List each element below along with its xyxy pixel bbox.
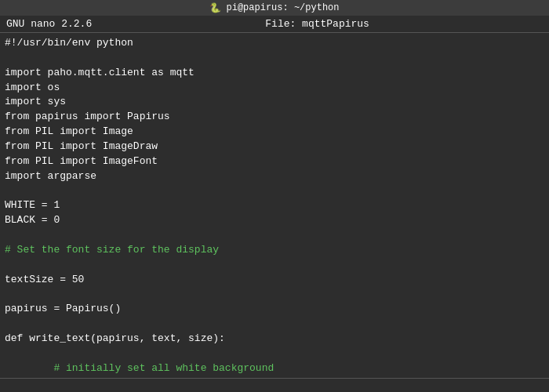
code-line: #!/usr/bin/env python: [5, 36, 544, 51]
code-line: image = Image.new('1', papirus.size, WHI…: [5, 376, 544, 378]
file-name: File: mqttPapirus: [265, 18, 369, 30]
code-line: [5, 317, 544, 332]
code-line: [5, 183, 544, 198]
title-bar: 🐍 pi@papirus: ~/python: [0, 0, 549, 16]
python-icon: 🐍: [209, 2, 221, 14]
code-line: textSize = 50: [5, 273, 544, 288]
code-line: from papirus import Papirus: [5, 110, 544, 125]
editor-area[interactable]: #!/usr/bin/env python import paho.mqtt.c…: [0, 33, 549, 378]
code-line: BLACK = 0: [5, 213, 544, 228]
code-line: WHITE = 1: [5, 198, 544, 213]
code-line: [5, 51, 544, 66]
status-bar: [0, 378, 549, 392]
code-line: # Set the font size for the display: [5, 243, 544, 258]
code-line: # initially set all white background: [5, 361, 544, 376]
title-bar-text: pi@papirus: ~/python: [226, 2, 339, 13]
code-line: def write_text(papirus, text, size):: [5, 332, 544, 347]
nano-version: GNU nano 2.2.6: [6, 18, 92, 30]
code-line: import sys: [5, 95, 544, 110]
code-line: [5, 228, 544, 243]
terminal-window: 🐍 pi@papirus: ~/python GNU nano 2.2.6 Fi…: [0, 0, 549, 392]
code-line: [5, 258, 544, 273]
nano-header: GNU nano 2.2.6 File: mqttPapirus: [0, 16, 549, 33]
code-line: import argparse: [5, 169, 544, 184]
code-line: from PIL import ImageDraw: [5, 140, 544, 154]
code-line: from PIL import Image: [5, 125, 544, 140]
code-line: [5, 347, 544, 361]
code-line: import os: [5, 81, 544, 96]
code-line: from PIL import ImageFont: [5, 154, 544, 169]
code-line: [5, 287, 544, 302]
code-line: import paho.mqtt.client as mqtt: [5, 66, 544, 81]
code-line: papirus = Papirus(): [5, 302, 544, 317]
